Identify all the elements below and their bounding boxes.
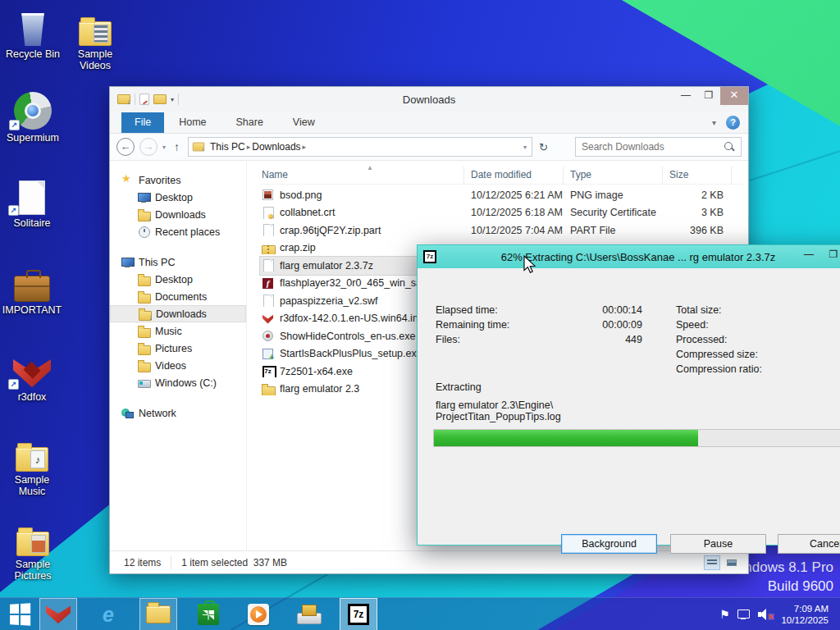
sidebar-item-downloads[interactable]: ↓Downloads — [110, 305, 246, 322]
properties-icon[interactable] — [139, 94, 149, 105]
search-box[interactable] — [575, 137, 742, 157]
shortcut-arrow-icon: ↗ — [8, 379, 19, 390]
media-player-icon — [248, 604, 269, 625]
file-icon-7z: 7z — [262, 365, 274, 377]
solitaire-icon: ↗ — [2, 176, 62, 215]
separator — [135, 94, 135, 105]
tab-home[interactable]: Home — [164, 112, 221, 133]
sidebar-item-desktop[interactable]: Desktop — [110, 189, 246, 206]
sidebar-item-windowsc[interactable]: Windows (C:) — [110, 374, 246, 391]
desktop-icon-recycle-bin[interactable]: Recycle Bin — [2, 7, 63, 60]
stat-row: Remaining time:00:00:09 — [436, 319, 642, 331]
breadcrumb-item[interactable]: This PC — [208, 141, 247, 153]
address-box[interactable]: This PC▸Downloads▸ ▾ — [188, 137, 532, 157]
dialog-maximize-button[interactable]: ❐ — [821, 245, 840, 265]
desktop-icon-label: r3dfox — [2, 391, 62, 403]
ribbon-tabs: FileHomeShareView ▾ ? — [110, 112, 748, 134]
volume-muted-icon[interactable]: × — [758, 609, 773, 620]
nav-group-header-network[interactable]: Network — [110, 404, 246, 422]
desktop-icon-label: Sample Videos — [65, 48, 126, 71]
tab-view[interactable]: View — [278, 112, 330, 133]
sidebar-item-label: Recent places — [155, 226, 220, 238]
taskbar-button-internet-explorer[interactable]: e — [89, 598, 127, 630]
tab-file[interactable]: File — [121, 112, 164, 133]
desktop-icon-sample-videos[interactable]: Sample Videos — [65, 7, 126, 71]
taskbar-button-installer[interactable] — [290, 598, 327, 630]
action-label: Extracting — [436, 381, 482, 393]
details-view-button[interactable] — [704, 555, 720, 570]
taskbar-clock[interactable]: 7:09 AM 10/12/2025 — [781, 603, 832, 626]
desktop-icon-sample-pictures[interactable]: Sample Pictures — [2, 517, 63, 582]
sidebar-item-documents[interactable]: Documents — [110, 288, 246, 305]
taskbar-button-file-explorer[interactable] — [139, 598, 177, 630]
desktop-icon-important[interactable]: IMPORTANT — [2, 262, 62, 316]
expand-ribbon-chevron-icon[interactable]: ▾ — [712, 118, 716, 127]
desktop-icon-solitaire[interactable]: ↗Solitaire — [2, 176, 62, 229]
watermark-build: Build 9600 — [728, 577, 834, 596]
star-icon — [121, 174, 134, 186]
mon-icon — [138, 191, 150, 203]
refresh-icon[interactable]: ↻ — [537, 141, 550, 153]
file-icon-fox — [262, 313, 274, 325]
extraction-stats: Elapsed time:00:00:14Remaining time:00:0… — [433, 281, 840, 380]
breadcrumb-item[interactable]: Downloads — [250, 141, 302, 153]
file-icon-blank — [262, 294, 274, 307]
dialog-titlebar[interactable]: 7z 62% Extracting C:\Users\BossKanae ...… — [418, 245, 840, 268]
nav-group-header-favorites[interactable]: Favorites — [110, 171, 246, 189]
desktop-icon-r3dfox[interactable]: ↗r3dfox — [2, 349, 62, 403]
taskbar-button-r3dfox[interactable] — [39, 598, 77, 630]
file-date-cell: 10/12/2025 6:18 AM — [464, 207, 564, 218]
tab-share[interactable]: Share — [221, 112, 278, 133]
taskbar-button-media-player[interactable] — [240, 598, 277, 630]
desktop-icon-sample-music[interactable]: ♪Sample Music — [2, 432, 62, 497]
table-row[interactable]: bsod.png10/12/2025 6:21 AMPNG image2 KB — [260, 186, 743, 204]
pause-button[interactable]: Pause — [670, 534, 766, 554]
background-button[interactable]: Background — [561, 534, 657, 554]
recent-locations-chevron-icon[interactable]: ▾ — [162, 144, 166, 151]
taskbar-button-windows-store[interactable] — [189, 598, 227, 630]
up-button[interactable]: ↑ — [171, 140, 183, 153]
sidebar-item-downloads[interactable]: ↓Downloads — [110, 206, 246, 223]
sidebar-item-music[interactable]: Music — [110, 322, 246, 340]
file-size-cell: 396 KB — [663, 225, 732, 236]
nav-group: Network — [110, 404, 246, 422]
ribbon-right-controls: ▾ ? — [712, 116, 740, 130]
shortcut-arrow-icon: ↗ — [9, 120, 20, 130]
table-row[interactable]: crap.96tjQF2Y.zip.part10/12/2025 7:04 AM… — [260, 221, 743, 240]
sidebar-item-label: Videos — [155, 360, 186, 372]
column-header-size[interactable]: Size — [663, 167, 732, 184]
action-center-flag-icon[interactable]: ⚑ — [719, 608, 730, 621]
taskbar-button-7zip[interactable]: 7z — [340, 598, 377, 630]
search-input[interactable] — [576, 141, 723, 153]
sidebar-item-desktop[interactable]: Desktop — [110, 271, 246, 288]
cancel-button[interactable]: Cancel — [778, 534, 840, 554]
nav-group-header-this-pc[interactable]: This PC — [110, 253, 246, 271]
sidebar-item-pictures[interactable]: Pictures — [110, 340, 246, 357]
column-header-type[interactable]: Type — [564, 167, 663, 184]
shortcut-arrow-icon: ↗ — [8, 205, 19, 216]
new-folder-icon[interactable] — [153, 94, 167, 104]
search-icon[interactable] — [723, 140, 736, 153]
customize-qat-chevron-icon[interactable]: ▾ — [171, 96, 174, 103]
network-icon[interactable] — [737, 609, 750, 619]
column-header-date-modified[interactable]: Date modified — [464, 167, 564, 184]
table-row[interactable]: collabnet.crt10/12/2025 6:18 AMSecurity … — [260, 204, 743, 222]
column-header-name[interactable]: Name▲ — [260, 167, 464, 184]
sidebar-item-videos[interactable]: Videos — [110, 357, 246, 374]
start-button[interactable] — [0, 598, 39, 630]
dialog-minimize-button[interactable]: — — [797, 245, 821, 265]
back-button[interactable]: ← — [116, 138, 135, 156]
taskbar-apps: e7z — [39, 598, 390, 630]
address-dropdown-chevron-icon[interactable]: ▾ — [523, 144, 528, 151]
close-button[interactable]: ✕ — [720, 87, 748, 105]
thumbnails-view-button[interactable] — [724, 555, 740, 570]
file-name: ShowHideControls_en-us.exe — [280, 331, 415, 342]
stat-row: Elapsed time:00:00:14 — [436, 304, 642, 316]
sidebar-item-recentplaces[interactable]: Recent places — [110, 223, 246, 240]
forward-button[interactable]: → — [139, 138, 158, 156]
desktop-icon-supermium[interactable]: ↗Supermium — [2, 90, 63, 144]
help-icon[interactable]: ? — [726, 116, 740, 130]
minimize-button[interactable]: — — [674, 87, 697, 105]
explorer-titlebar[interactable]: ▾ Downloads — ❐ ✕ — [110, 87, 748, 112]
maximize-button[interactable]: ❐ — [697, 87, 720, 105]
